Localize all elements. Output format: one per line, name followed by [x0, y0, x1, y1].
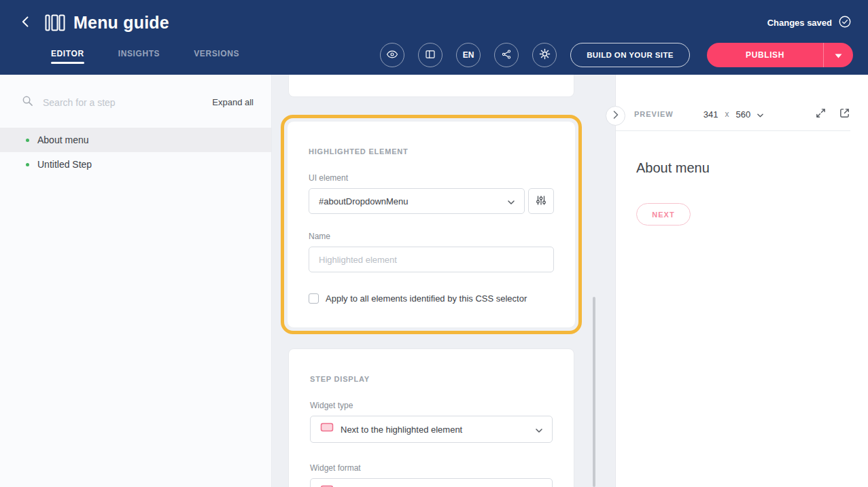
changes-saved-label: Changes saved: [767, 18, 832, 28]
apply-all-checkbox[interactable]: [309, 293, 319, 304]
chevron-down-icon: [835, 50, 842, 60]
fullscreen-button[interactable]: [815, 107, 827, 121]
language-button[interactable]: EN: [456, 43, 481, 67]
step-search-row: Expand all: [0, 75, 271, 109]
preview-eye-button[interactable]: [380, 43, 404, 67]
section-title: HIGHLIGHTED ELEMENT: [309, 147, 554, 156]
collapse-panel-button[interactable]: [606, 106, 625, 126]
chevron-down-icon: [536, 423, 542, 435]
widget-tooltip-icon: [320, 422, 334, 436]
step-status-dot: [26, 139, 29, 142]
eye-icon: [386, 48, 398, 62]
selector-settings-button[interactable]: [528, 188, 554, 214]
tab-insights[interactable]: INSIGHTS: [118, 49, 160, 67]
preview-width-value: 341: [704, 109, 718, 120]
layout-button[interactable]: [418, 43, 442, 67]
open-in-new-icon: [839, 107, 850, 121]
expand-icon: [815, 107, 827, 121]
ui-element-label: UI element: [309, 173, 554, 183]
ui-element-row: #aboutDropdownMenu: [309, 188, 554, 214]
settings-button[interactable]: [532, 43, 557, 67]
share-icon: [501, 49, 512, 62]
step-display-card: STEP DISPLAY Widget type Next to the hig…: [288, 348, 574, 487]
step-search-input[interactable]: [41, 96, 204, 109]
build-on-your-site-button[interactable]: BUILD ON YOUR SITE: [570, 43, 690, 67]
preview-panel-title: PREVIEW: [634, 110, 674, 118]
preview-header-icons: [815, 107, 850, 121]
apply-all-label: Apply to all elements identified by this…: [326, 293, 527, 304]
section-title: STEP DISPLAY: [310, 375, 553, 383]
publish-dropdown-button[interactable]: [823, 43, 853, 67]
expand-all-link[interactable]: Expand all: [212, 97, 254, 107]
open-in-new-window-button[interactable]: [839, 107, 850, 121]
chevron-down-icon: [757, 109, 763, 120]
chevron-right-icon: [613, 111, 619, 121]
widget-type-select[interactable]: Next to the highlighted element: [310, 416, 553, 443]
back-button[interactable]: [16, 14, 35, 32]
highlighted-element-name-input[interactable]: [309, 247, 554, 272]
changes-saved-status: Changes saved: [767, 15, 852, 31]
publish-button[interactable]: PUBLISH: [707, 43, 823, 67]
widget-format-label: Widget format: [310, 463, 553, 473]
widget-format-select[interactable]: [310, 478, 553, 487]
app-logo-icon: [45, 14, 65, 31]
editor-scrollbar[interactable]: [593, 297, 595, 487]
preview-size-select[interactable]: 341 x 560: [704, 109, 763, 120]
step-status-dot: [26, 163, 29, 166]
sidebar-item-about-menu[interactable]: About menu: [0, 128, 271, 152]
preview-step-title: About menu: [636, 160, 868, 176]
top-header: Menu guide Changes saved EDITOR INSIGHTS…: [0, 0, 868, 75]
highlighted-element-ring: HIGHLIGHTED ELEMENT UI element #aboutDro…: [281, 115, 582, 334]
highlighted-element-card: HIGHLIGHTED ELEMENT UI element #aboutDro…: [287, 121, 576, 328]
widget-type-label: Widget type: [310, 401, 553, 410]
tab-editor[interactable]: EDITOR: [51, 49, 84, 67]
search-icon: [22, 95, 33, 109]
layout-icon: [425, 49, 436, 62]
header-tabs: EDITOR INSIGHTS VERSIONS: [51, 49, 239, 67]
tab-versions[interactable]: VERSIONS: [194, 49, 239, 67]
sidebar-item-untitled-step[interactable]: Untitled Step: [0, 152, 271, 177]
preview-height-value: 560: [735, 109, 750, 120]
step-editor-column: HIGHLIGHTED ELEMENT UI element #aboutDro…: [272, 75, 615, 487]
header-title-row: Menu guide Changes saved: [0, 0, 868, 33]
chevron-left-icon: [19, 15, 33, 31]
app-window: Menu guide Changes saved EDITOR INSIGHTS…: [0, 0, 868, 487]
name-label: Name: [309, 232, 554, 241]
steps-sidebar: Expand all About menu Untitled Step: [0, 75, 272, 487]
chevron-down-icon: [508, 195, 515, 207]
ui-element-value: #aboutDropdownMenu: [319, 196, 501, 206]
step-label: Untitled Step: [37, 159, 92, 170]
apply-all-checkbox-row[interactable]: Apply to all elements identified by this…: [309, 293, 554, 304]
preview-next-button[interactable]: NEXT: [636, 203, 691, 226]
steps-list: About menu Untitled Step: [0, 128, 271, 177]
preview-panel: PREVIEW 341 x 560: [615, 75, 868, 487]
share-button[interactable]: [494, 43, 519, 67]
gear-icon: [539, 48, 551, 62]
step-label: About menu: [37, 134, 89, 145]
publish-button-group: PUBLISH: [707, 43, 853, 67]
preview-header: PREVIEW 341 x 560: [634, 105, 850, 124]
ui-element-select[interactable]: #aboutDropdownMenu: [309, 188, 525, 214]
widget-type-value: Next to the highlighted element: [341, 425, 529, 435]
check-circle-icon: [838, 15, 852, 31]
preview-body: About menu NEXT: [616, 131, 868, 226]
sliders-icon: [536, 195, 546, 208]
page-title: Menu guide: [73, 13, 169, 33]
header-actions: EN: [380, 43, 557, 67]
size-separator: x: [725, 109, 729, 119]
